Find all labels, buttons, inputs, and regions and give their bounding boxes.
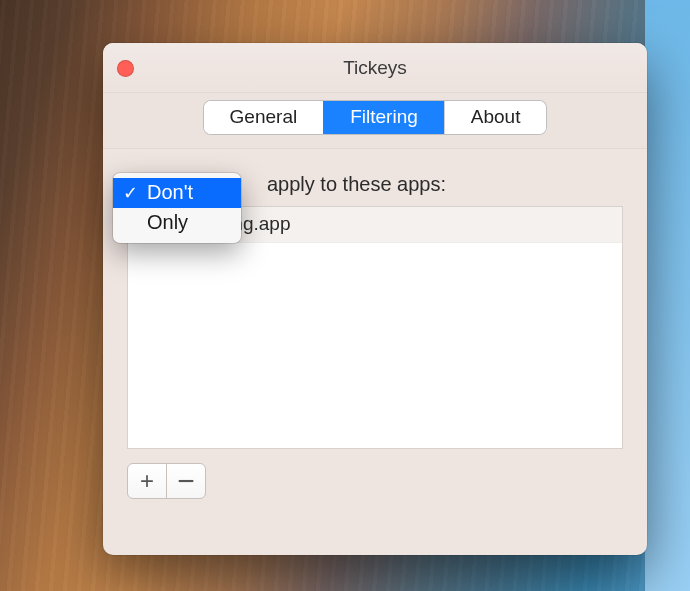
traffic-lights xyxy=(117,60,134,77)
tab-about[interactable]: About xyxy=(444,101,547,134)
tab-bar: General Filtering About xyxy=(103,93,647,149)
filter-logic-dropdown[interactable]: ✓ Don't Only xyxy=(113,173,241,243)
titlebar: Tickeys xyxy=(103,43,647,93)
dropdown-option-label: Don't xyxy=(147,181,193,203)
tab-filtering[interactable]: Filtering xyxy=(323,101,444,134)
tab-general[interactable]: General xyxy=(204,101,324,134)
dropdown-option-only[interactable]: Only xyxy=(113,208,241,238)
tab-segmented-control: General Filtering About xyxy=(204,101,547,134)
preferences-window: Tickeys General Filtering About apply to… xyxy=(103,43,647,555)
window-title: Tickeys xyxy=(343,57,407,79)
dropdown-option-label: Only xyxy=(147,211,188,233)
remove-app-button[interactable]: − xyxy=(166,463,206,499)
list-edit-buttons: + − xyxy=(127,463,623,499)
close-button[interactable] xyxy=(117,60,134,77)
add-app-button[interactable]: + xyxy=(127,463,167,499)
check-icon: ✓ xyxy=(123,182,138,204)
dropdown-option-dont[interactable]: ✓ Don't xyxy=(113,178,241,208)
